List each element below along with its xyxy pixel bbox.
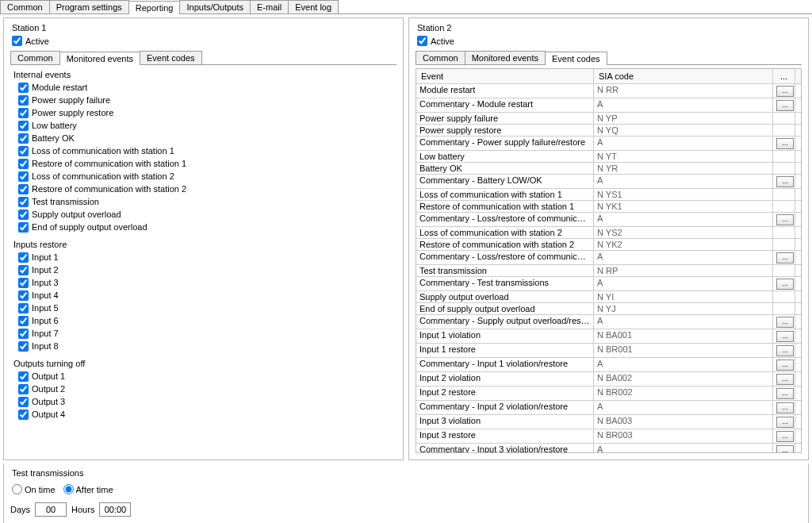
tab-event-log[interactable]: Event log: [288, 0, 339, 13]
input-restore-item[interactable]: Input 6: [18, 315, 396, 327]
input-restore-item[interactable]: Input 3: [18, 277, 396, 289]
internal-event-item[interactable]: Battery OK: [18, 133, 396, 144]
internal-event-checkbox[interactable]: [18, 171, 29, 182]
table-row[interactable]: Battery OKN YR: [416, 163, 801, 175]
edit-button[interactable]: ...: [776, 345, 794, 356]
edit-button[interactable]: ...: [776, 331, 794, 342]
internal-event-checkbox[interactable]: [18, 197, 29, 207]
internal-event-checkbox[interactable]: [18, 83, 29, 93]
internal-event-checkbox[interactable]: [18, 184, 29, 194]
edit-button[interactable]: ...: [776, 252, 794, 263]
input-restore-checkbox[interactable]: [18, 316, 29, 326]
table-row[interactable]: Input 1 restoreN BR001...: [416, 344, 801, 358]
internal-event-item[interactable]: Restore of communication with station 2: [18, 183, 396, 195]
edit-button[interactable]: ...: [776, 317, 794, 328]
output-off-item[interactable]: Output 4: [18, 409, 396, 421]
output-off-item[interactable]: Output 3: [18, 396, 396, 408]
edit-button[interactable]: ...: [776, 279, 794, 290]
internal-event-item[interactable]: Loss of communication with station 1: [18, 145, 396, 157]
input-restore-checkbox[interactable]: [18, 341, 29, 352]
table-row[interactable]: Commentary - Test transmissionsA...: [416, 277, 801, 291]
input-restore-checkbox[interactable]: [18, 303, 29, 313]
edit-button[interactable]: ...: [776, 417, 794, 428]
table-row[interactable]: Input 3 violationN BA003...: [416, 415, 801, 429]
table-row[interactable]: Input 2 violationN BA002...: [416, 372, 801, 386]
station-2-tab-codes[interactable]: Event codes: [545, 52, 607, 65]
tab-reporting[interactable]: Reporting: [128, 1, 181, 14]
edit-button[interactable]: ...: [776, 86, 794, 97]
tab-program-settings[interactable]: Program settings: [49, 0, 129, 13]
input-restore-item[interactable]: Input 8: [18, 340, 396, 352]
edit-button[interactable]: ...: [776, 100, 794, 111]
table-row[interactable]: Commentary - Input 2 violation/restoreA.…: [416, 401, 801, 415]
internal-event-item[interactable]: Power supply restore: [18, 107, 396, 119]
output-off-checkbox[interactable]: [18, 410, 29, 420]
table-row[interactable]: Input 2 restoreN BR002...: [416, 386, 801, 401]
internal-event-item[interactable]: Module restart: [18, 82, 396, 94]
table-row[interactable]: Loss of communication with station 1N YS…: [416, 189, 801, 201]
table-row[interactable]: Commentary - Input 3 violation/restoreA.…: [416, 444, 801, 452]
station-2-active-checkbox[interactable]: [417, 36, 427, 46]
edit-button[interactable]: ...: [776, 138, 794, 149]
edit-button[interactable]: ...: [776, 431, 794, 442]
internal-event-item[interactable]: Loss of communication with station 2: [18, 171, 396, 183]
table-row[interactable]: Commentary - Loss/restore of communicati…: [416, 251, 801, 265]
station-1-tab-codes[interactable]: Event codes: [140, 51, 202, 64]
internal-event-item[interactable]: Test transmission: [18, 196, 396, 208]
internal-event-item[interactable]: Power supply failure: [18, 94, 396, 106]
table-row[interactable]: End of supply output overloadN YJ: [416, 303, 801, 315]
internal-event-item[interactable]: Supply output overload: [18, 209, 396, 221]
station-1-tab-monitored[interactable]: Monitored events: [59, 52, 140, 65]
table-row[interactable]: Restore of communication with station 2N…: [416, 239, 801, 251]
tab-common[interactable]: Common: [0, 0, 50, 13]
station-1-active-checkbox[interactable]: [12, 36, 22, 46]
table-row[interactable]: Low batteryN YT: [416, 151, 801, 163]
table-row[interactable]: Loss of communication with station 2N YS…: [416, 227, 801, 239]
station-1-tab-common[interactable]: Common: [10, 51, 60, 64]
input-restore-item[interactable]: Input 7: [18, 328, 396, 340]
header-dots[interactable]: ...: [773, 69, 795, 83]
internal-event-checkbox[interactable]: [18, 146, 29, 156]
table-body[interactable]: Module restartN RR...Commentary - Module…: [416, 84, 801, 452]
input-restore-item[interactable]: Input 5: [18, 302, 396, 314]
table-row[interactable]: Module restartN RR...: [416, 84, 801, 98]
input-restore-checkbox[interactable]: [18, 329, 29, 339]
table-row[interactable]: Commentary - Battery LOW/OKA...: [416, 175, 801, 189]
table-row[interactable]: Commentary - Module restartA...: [416, 98, 801, 113]
edit-button[interactable]: ...: [776, 402, 794, 413]
station-2-tab-common[interactable]: Common: [416, 51, 465, 64]
edit-button[interactable]: ...: [776, 176, 794, 187]
edit-button[interactable]: ...: [776, 360, 794, 371]
internal-event-item[interactable]: End of supply output overload: [18, 221, 396, 233]
radio-on-time-input[interactable]: [12, 484, 22, 494]
output-off-checkbox[interactable]: [18, 371, 29, 382]
internal-event-checkbox[interactable]: [18, 210, 29, 220]
tab-email[interactable]: E-mail: [250, 0, 289, 13]
internal-event-checkbox[interactable]: [18, 95, 29, 106]
table-row[interactable]: Commentary - Power supply failure/restor…: [416, 137, 801, 151]
header-sia[interactable]: SIA code: [594, 69, 773, 83]
table-row[interactable]: Test transmissionN RP: [416, 265, 801, 277]
input-restore-item[interactable]: Input 2: [18, 264, 396, 276]
internal-event-checkbox[interactable]: [18, 108, 29, 118]
input-restore-checkbox[interactable]: [18, 290, 29, 301]
output-off-checkbox[interactable]: [18, 397, 29, 407]
header-event[interactable]: Event: [416, 69, 594, 83]
radio-after-time-input[interactable]: [63, 484, 74, 494]
internal-event-checkbox[interactable]: [18, 222, 29, 233]
radio-on-time[interactable]: On time: [12, 484, 56, 494]
table-row[interactable]: Power supply restoreN YQ: [416, 125, 801, 137]
station-1-active[interactable]: Active: [12, 36, 396, 46]
table-row[interactable]: Power supply failureN YP: [416, 113, 801, 125]
edit-button[interactable]: ...: [776, 214, 794, 225]
table-row[interactable]: Supply output overloadN YI: [416, 291, 801, 303]
table-row[interactable]: Restore of communication with station 1N…: [416, 201, 801, 213]
table-row[interactable]: Commentary - Input 1 violation/restoreA.…: [416, 358, 801, 372]
input-restore-item[interactable]: Input 4: [18, 290, 396, 302]
radio-after-time[interactable]: After time: [63, 484, 113, 494]
internal-event-checkbox[interactable]: [18, 133, 29, 144]
input-restore-item[interactable]: Input 1: [18, 252, 396, 263]
edit-button[interactable]: ...: [776, 445, 794, 452]
output-off-checkbox[interactable]: [18, 384, 29, 394]
internal-event-item[interactable]: Low battery: [18, 120, 396, 132]
